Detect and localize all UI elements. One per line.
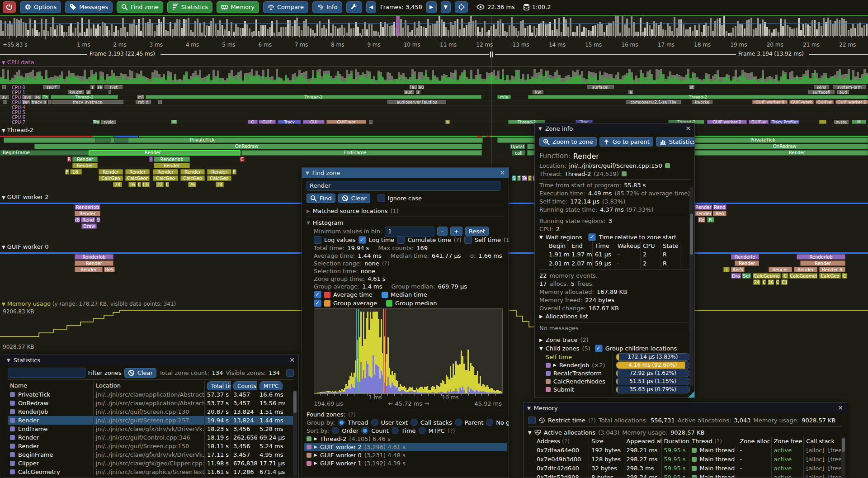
statistics-table-row[interactable]: Renderjni/../jni/src/guif/Screen.cpp:257… xyxy=(8,416,294,425)
group-children-checkbox[interactable] xyxy=(595,345,603,352)
thread-section-header[interactable]: ▼Thread-2 xyxy=(2,127,33,133)
cpu-zone-bar[interactable]: Tracy xyxy=(278,120,301,124)
zone-bar[interactable]: Render xyxy=(72,163,98,168)
matched-source-locations-row[interactable]: ▶Matched source locations(1) xyxy=(307,207,504,215)
statistics-button[interactable]: Statistics xyxy=(656,137,695,147)
zone-bar[interactable]: RenderJob xyxy=(797,254,845,260)
zone-bar[interactable]: S xyxy=(512,175,516,181)
cpu-zone-bar[interactable]: M xyxy=(171,120,177,124)
find-button[interactable]: Find xyxy=(307,194,335,203)
cpu-zone-bar[interactable]: composer@2.1-se [Hw xyxy=(626,100,681,104)
zone-bar[interactable]: F xyxy=(65,169,69,175)
cpu-zone-bar[interactable]: aud xyxy=(837,90,849,94)
cpu-zone-bar[interactable]: syst xyxy=(104,85,123,89)
thread-section-header[interactable]: ▼GUIF worker 0 xyxy=(2,243,48,250)
allocation-row[interactable]: 0x7dfc53d8988 bytes298.34 ms59.95 sMain … xyxy=(528,473,842,478)
zoom-to-zone-button[interactable]: Zoom to zone xyxy=(539,137,597,147)
zone-bar[interactable]: Rend xyxy=(713,204,726,210)
go-to-parent-button[interactable]: Go to parent xyxy=(599,137,653,147)
cpu-zone-bar[interactable]: a xyxy=(628,90,633,94)
zone-bar[interactable]: CalcGeor xyxy=(125,175,150,181)
memory-button[interactable]: Memory xyxy=(217,1,259,13)
child-zone-row[interactable]: Submit35.63 µs (0.79%) xyxy=(539,385,690,393)
cpu-zone-bar[interactable]: kw.gm xyxy=(68,90,84,94)
allocations-list-row[interactable]: ▶Allocations list xyxy=(539,312,690,321)
wait-regions-header[interactable]: ▼Wait regionsTime relative to zone start xyxy=(539,233,690,241)
alloc-link[interactable]: [alloc] xyxy=(806,456,824,463)
zone-bar[interactable]: C xyxy=(165,182,169,187)
zone-bar[interactable]: 16 xyxy=(128,182,136,187)
find-zone-button[interactable]: Find zone xyxy=(117,1,163,13)
clear-filter-button[interactable]: Clear xyxy=(124,368,156,378)
cpu-zone-bar[interactable]: GUIF xyxy=(259,120,276,124)
expand-icon[interactable]: ▶ xyxy=(314,443,317,451)
sort-by-order-radio[interactable] xyxy=(332,427,339,434)
cpu-zone-bar[interactable] xyxy=(158,100,162,104)
zone-bar[interactable]: Rend xyxy=(81,217,95,222)
group-by-thread-radio[interactable] xyxy=(338,419,345,426)
group-by-call-stacks-radio[interactable] xyxy=(410,419,418,426)
zone-bar[interactable]: Ren xyxy=(713,211,726,216)
sort-by-count-radio[interactable] xyxy=(361,427,368,434)
zone-bar[interactable]: Render xyxy=(153,169,178,175)
decrement-button[interactable]: - xyxy=(437,227,448,236)
zone-bar[interactable]: Sel xyxy=(742,273,751,279)
zone-bar[interactable]: CalcGeo xyxy=(207,175,231,181)
cpu-zone-bar[interactable] xyxy=(3,100,7,104)
found-zone-group-row[interactable]: ▶GUIF worker 0(3,231) 4.48 s xyxy=(307,451,504,459)
zone-bar[interactable] xyxy=(4,137,483,143)
close-icon[interactable]: ✕ xyxy=(289,356,295,364)
zone-info-window-titlebar[interactable]: ▼Zone info✕ xyxy=(535,123,694,133)
zone-bar[interactable]: Dra xyxy=(731,273,741,279)
zone-bar[interactable]: 24 xyxy=(113,182,122,187)
cpu-zone-bar[interactable]: se xyxy=(34,95,41,99)
cpu-zone-bar[interactable]: surfacel xyxy=(587,85,614,89)
child-zone-row[interactable]: CalcRenderNodes51.51 µs (1.15%) xyxy=(539,377,690,385)
cpu-zone-bar[interactable]: aud xyxy=(404,90,414,94)
filter-zones-input[interactable] xyxy=(8,368,85,378)
increment-button[interactable]: + xyxy=(450,227,462,236)
zone-bar[interactable]: 18. xyxy=(70,169,82,175)
zone-bar[interactable]: CalcGeo xyxy=(153,175,178,181)
cpu-zone-bar[interactable]: syste xyxy=(834,120,849,124)
cpu-zone-bar[interactable]: Thread-2 xyxy=(146,95,481,99)
group-by-no-grouping-radio[interactable] xyxy=(486,419,493,426)
close-icon[interactable]: ✕ xyxy=(838,404,843,412)
clear-button[interactable]: Clear xyxy=(338,194,370,203)
expand-icon[interactable]: ▶ xyxy=(314,459,317,468)
range-span-label[interactable]: ← 45.72 ms → xyxy=(388,400,429,407)
free-link[interactable]: [free] xyxy=(828,447,842,454)
options-button[interactable]: Options xyxy=(20,1,61,13)
zone-bar[interactable]: Re5 xyxy=(104,267,115,272)
cpu-zone-bar[interactable]: st xyxy=(689,85,694,89)
zone-bar[interactable]: CalcGeomet xyxy=(789,273,817,279)
zone-info-scrollbar[interactable] xyxy=(689,187,693,386)
cpu-zone-bar[interactable]: m]a xyxy=(137,95,144,99)
find-zone-window-titlebar[interactable]: ▼Find zone✕ xyxy=(302,168,509,178)
cpu-zone-bar[interactable]: kw xyxy=(533,90,543,94)
zone-bar[interactable]: Updat xyxy=(510,144,525,149)
cpu-zone-bar[interactable]: a xyxy=(445,120,450,124)
cpu-zone-bar[interactable]: tracy_systrace xyxy=(52,100,123,104)
alloc-column-zone-alloc[interactable]: Zone alloc xyxy=(737,437,771,446)
zone-bar[interactable]: Re xyxy=(698,217,705,222)
cpu-zone-bar[interactable]: sens xyxy=(814,85,829,89)
frames-overview-strip[interactable] xyxy=(0,15,868,36)
zone-trace-row[interactable]: ▶Zone trace(2) xyxy=(539,336,690,344)
zone-bar[interactable]: Render R xyxy=(819,267,845,272)
zone-bar[interactable]: C xyxy=(762,279,766,285)
zone-bar[interactable] xyxy=(95,137,111,143)
histogram-section-header[interactable]: ▼Histogram xyxy=(307,218,504,227)
cpu-zone-bar[interactable]: Tra xyxy=(93,120,100,124)
zone-bar[interactable]: Render xyxy=(75,260,113,266)
cpu-zone-bar[interactable]: se xyxy=(97,85,103,89)
zone-bar[interactable]: C xyxy=(782,273,788,279)
cpu-zone-bar[interactable]: M xyxy=(852,120,866,124)
cpu-zone-bar[interactable]: su xyxy=(0,95,9,99)
alloc-column-call-stack[interactable]: Call stack xyxy=(804,437,842,446)
expand-icon[interactable]: ▶ xyxy=(553,361,557,369)
cpu-zone-bar[interactable]: GUIF-work xyxy=(789,100,814,104)
group-by-user-text-radio[interactable] xyxy=(371,419,378,426)
sort-column-pill[interactable]: MTPC xyxy=(259,381,283,390)
cpu-zone-bar[interactable] xyxy=(108,90,111,94)
